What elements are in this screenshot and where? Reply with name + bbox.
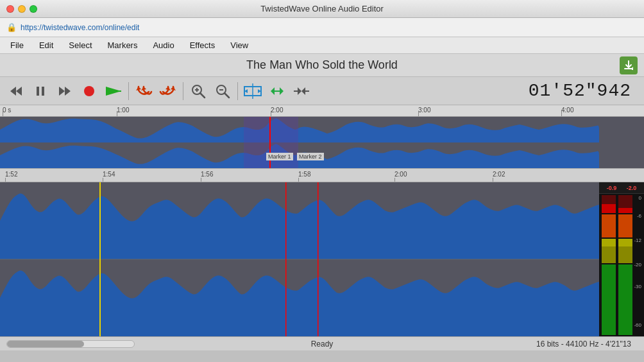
detail-playhead-yellow <box>99 182 101 336</box>
svg-marker-5 <box>65 87 71 96</box>
ruler-label-1min: 1:00 <box>117 107 129 114</box>
svg-rect-38 <box>602 214 616 237</box>
ruler-label-0s: 0 s <box>3 107 11 114</box>
detail-tick-1 <box>103 178 103 182</box>
menu-bar: File Edit Select Markers Audio Effects V… <box>0 37 644 54</box>
svg-point-6 <box>84 86 94 96</box>
svg-marker-27 <box>298 87 301 95</box>
vu-bars: 0 -6 -12 -20 -30 -60 <box>599 194 644 336</box>
detail-waveform[interactable] <box>0 182 599 336</box>
vu-scale-60: -60 <box>634 322 641 328</box>
rewind-button[interactable] <box>5 80 27 102</box>
vu-meter: -0.9 -2.0 0 -6 -12 -20 -30 -60 <box>599 182 644 336</box>
detail-label-156: 1:56 <box>201 171 213 178</box>
vu-left-svg <box>602 195 616 335</box>
detail-label-200: 2:00 <box>394 171 407 178</box>
horizontal-scrollbar[interactable] <box>6 340 135 348</box>
svg-marker-1 <box>16 87 22 96</box>
minimize-button[interactable] <box>18 5 26 13</box>
svg-line-18 <box>225 93 229 98</box>
vu-left-label: -0.9 <box>607 185 617 191</box>
svg-rect-42 <box>602 195 616 204</box>
detail-tick-3 <box>298 178 299 182</box>
vu-scale-20: -20 <box>634 262 641 268</box>
menu-markers[interactable]: Markers <box>100 39 146 52</box>
detail-tick-0 <box>5 178 6 182</box>
redo-button[interactable] <box>157 80 179 102</box>
record-button[interactable] <box>78 80 100 102</box>
vu-scale-6: -6 <box>637 213 641 219</box>
fast-forward-button[interactable] <box>54 80 76 102</box>
lock-icon: 🔒 <box>6 22 17 32</box>
status-bar: Ready 16 bits - 44100 Hz - 4'21"13 <box>0 336 644 350</box>
detail-label-202: 2:02 <box>493 171 505 178</box>
svg-marker-25 <box>280 87 284 95</box>
vu-right-svg <box>618 195 632 335</box>
overview-ruler: 0 s 1:00 2:00 3:00 4:00 <box>0 105 644 117</box>
overview-marker1-label: Marker 1 <box>266 153 293 160</box>
menu-audio[interactable]: Audio <box>145 39 182 52</box>
toolbar-separator-3 <box>237 82 238 100</box>
svg-rect-41 <box>602 264 616 335</box>
svg-rect-48 <box>618 195 632 208</box>
menu-file[interactable]: File <box>3 39 31 52</box>
toolbar: 01'52"942 <box>0 77 644 105</box>
selection-overview <box>244 117 298 168</box>
close-button[interactable] <box>6 5 14 13</box>
menu-effects[interactable]: Effects <box>182 39 223 52</box>
toolbar-separator-1 <box>128 82 129 100</box>
undo-button[interactable] <box>133 80 155 102</box>
menu-view[interactable]: View <box>223 39 256 52</box>
ruler-tick-0 <box>3 111 3 116</box>
svg-marker-28 <box>301 87 305 95</box>
overview-marker2-label: Marker 2 <box>297 153 324 160</box>
vu-header: -0.9 -2.0 <box>599 182 644 194</box>
maximize-button[interactable] <box>30 5 37 13</box>
status-ready: Ready <box>311 340 334 349</box>
svg-rect-46 <box>618 239 632 246</box>
detail-label-154: 1:54 <box>103 171 115 178</box>
timer-display: 01'52"942 <box>529 81 631 101</box>
url-display[interactable]: https://twistedwave.com/online/edit <box>21 23 139 32</box>
zoom-selection-button[interactable] <box>291 80 312 102</box>
vu-scale-30: -30 <box>634 284 641 289</box>
export-button[interactable] <box>620 56 638 74</box>
svg-rect-47 <box>618 264 632 335</box>
menu-select[interactable]: Select <box>61 39 99 52</box>
vu-left-bar <box>602 195 616 335</box>
vu-right-label: -2.0 <box>627 185 637 191</box>
play-button[interactable] <box>103 80 124 102</box>
ruler-tick-1 <box>117 111 117 116</box>
zoom-in-button[interactable] <box>187 80 209 102</box>
overview-playhead <box>269 117 271 168</box>
detail-section: -0.9 -2.0 0 -6 -12 -20 -30 -60 <box>0 182 644 336</box>
detail-marker1-line <box>285 182 287 336</box>
title-bar: TwistedWave Online Audio Editor <box>0 0 644 18</box>
svg-rect-3 <box>42 87 44 96</box>
track-title: The Man Who Sold the World <box>246 58 398 72</box>
svg-marker-0 <box>10 87 16 96</box>
detail-label-158: 1:58 <box>298 171 310 178</box>
menu-edit[interactable]: Edit <box>31 39 61 52</box>
zoom-out-button[interactable] <box>212 80 233 102</box>
detail-tick-4 <box>394 178 395 182</box>
zoom-out-full-button[interactable] <box>266 80 288 102</box>
detail-tick-2 <box>201 178 201 182</box>
svg-line-14 <box>200 93 205 98</box>
track-title-bar: The Man Who Sold the World <box>0 54 644 77</box>
ruler-tick-2 <box>271 111 271 116</box>
address-bar: 🔒 https://twistedwave.com/online/edit <box>0 18 644 37</box>
ruler-tick-3 <box>418 111 419 116</box>
window-title: TwistedWave Online Audio Editor <box>260 4 384 13</box>
detail-ruler: 1:52 1:54 1:56 1:58 2:00 2:02 <box>0 168 644 182</box>
overview-waveform[interactable]: /* bars drawn via JS */ Marker 1 Marker … <box>0 117 644 168</box>
ruler-label-4min: 4:00 <box>561 107 573 114</box>
pause-button[interactable] <box>30 80 51 102</box>
ruler-label-2min: 2:00 <box>271 107 283 114</box>
scrollbar-thumb[interactable] <box>7 341 84 347</box>
toolbar-separator-2 <box>183 82 183 100</box>
ruler-label-3min: 3:00 <box>418 107 430 114</box>
zoom-fit-button[interactable] <box>242 80 264 102</box>
vu-scale-0: 0 <box>639 195 641 201</box>
svg-rect-2 <box>37 87 39 96</box>
